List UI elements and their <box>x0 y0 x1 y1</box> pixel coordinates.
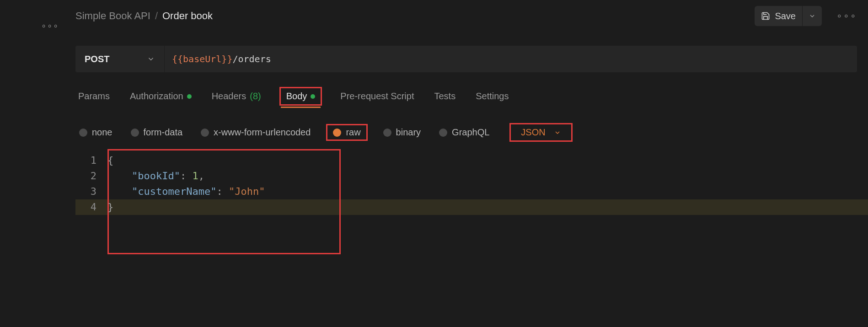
breadcrumb-request[interactable]: Order book <box>162 10 213 22</box>
tab-headers[interactable]: Headers (8) <box>210 87 263 106</box>
body-type-urlencoded[interactable]: x-www-form-urlencoded <box>198 125 313 139</box>
body-type-graphql[interactable]: GraphQL <box>436 125 492 139</box>
save-button[interactable]: Save <box>755 6 802 26</box>
breadcrumb: Simple Book API / Order book <box>75 10 749 22</box>
tab-body[interactable]: Body <box>279 87 322 106</box>
radio-icon <box>201 129 209 137</box>
method-select[interactable]: POST <box>75 46 165 72</box>
tab-overflow-icon[interactable]: ∘∘∘ <box>39 15 61 37</box>
chevron-down-icon <box>809 12 816 20</box>
url-input[interactable]: {{baseUrl}}/orders <box>165 54 857 64</box>
save-dropdown-button[interactable] <box>803 6 822 26</box>
sidebar-strip <box>0 0 34 327</box>
line-number: 1 <box>75 153 96 168</box>
tab-pre-request-script[interactable]: Pre-request Script <box>338 87 416 106</box>
tab-settings[interactable]: Settings <box>474 87 510 106</box>
radio-icon <box>383 129 391 137</box>
breadcrumb-separator: / <box>155 10 158 22</box>
body-type-form-data[interactable]: form-data <box>128 125 186 139</box>
radio-icon <box>79 129 87 137</box>
method-value: POST <box>85 54 109 64</box>
line-gutter: 1 2 3 4 <box>75 153 107 215</box>
radio-icon <box>439 129 447 137</box>
request-url-bar: POST {{baseUrl}}/orders <box>75 46 857 72</box>
code-content[interactable]: { "bookId": 1, "customerName": "John" } <box>107 153 857 215</box>
body-format-select[interactable]: JSON <box>509 123 572 142</box>
body-type-row: none form-data x-www-form-urlencoded raw… <box>75 120 857 145</box>
save-button-group: Save <box>755 6 822 26</box>
body-format-value: JSON <box>521 127 545 138</box>
line-number: 2 <box>75 168 96 184</box>
save-icon <box>761 11 770 21</box>
tab-tests[interactable]: Tests <box>432 87 457 106</box>
status-dot-icon <box>311 94 315 99</box>
url-variable: {{baseUrl}} <box>172 54 232 64</box>
chevron-down-icon <box>147 55 155 63</box>
tab-authorization[interactable]: Authorization <box>128 87 193 106</box>
line-number: 4 <box>75 199 96 215</box>
request-tabs: Params Authorization Headers (8) Body Pr… <box>75 83 857 109</box>
body-type-binary[interactable]: binary <box>380 125 423 139</box>
more-options-icon[interactable]: ∘∘∘ <box>836 11 857 21</box>
radio-icon <box>333 129 341 137</box>
chevron-down-icon <box>554 129 561 136</box>
body-type-none[interactable]: none <box>76 125 115 139</box>
code-editor[interactable]: 1 2 3 4 { "bookId": 1, "customerName": "… <box>75 153 857 215</box>
tab-params[interactable]: Params <box>76 87 112 106</box>
status-dot-icon <box>187 94 192 99</box>
url-path: /orders <box>232 54 271 64</box>
line-number: 3 <box>75 184 96 199</box>
body-type-raw[interactable]: raw <box>326 124 367 141</box>
save-label: Save <box>775 11 796 21</box>
radio-icon <box>131 129 139 137</box>
breadcrumb-collection[interactable]: Simple Book API <box>75 10 150 22</box>
